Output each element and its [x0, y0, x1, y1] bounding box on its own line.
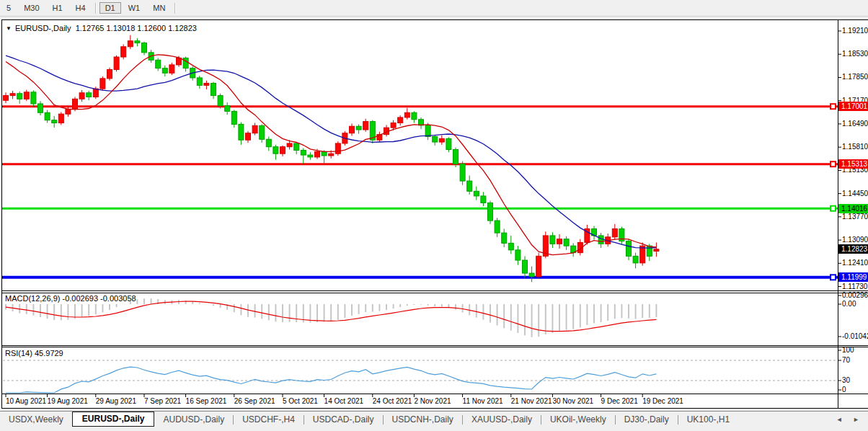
- price-axis-tick: 1.18530: [842, 50, 868, 58]
- candle-body: [156, 60, 161, 68]
- tab-scroll-arrows[interactable]: ◄ ►: [836, 416, 864, 423]
- date-axis-label: 10 Aug 2021: [6, 397, 46, 405]
- candle-body: [211, 84, 216, 96]
- date-axis-label: 16 Sep 2021: [186, 397, 227, 405]
- candle-body: [169, 65, 174, 73]
- candle-body: [218, 96, 223, 106]
- date-axis-label: 29 Aug 2021: [96, 397, 136, 405]
- level-handle[interactable]: [831, 206, 836, 211]
- candle-body: [52, 120, 57, 123]
- date-axis-label: 5 Oct 2021: [283, 397, 318, 405]
- candle-body: [446, 138, 451, 149]
- candle-body: [4, 96, 9, 101]
- candle-body: [142, 43, 147, 53]
- tab-uk100-h1[interactable]: UK100-,H1: [678, 412, 738, 427]
- tab-usdx-weekly[interactable]: USDX,Weekly: [0, 412, 72, 427]
- price-axis-tick: 1.17850: [842, 74, 868, 81]
- chart-canvas[interactable]: [0, 0, 868, 431]
- price-level-badge: 1.11999: [838, 272, 868, 282]
- rsi-axis-tick: 0: [842, 386, 846, 394]
- candle-body: [557, 239, 562, 244]
- tab-usdchf-h4[interactable]: USDCHF-,H4: [234, 412, 304, 427]
- tab-usdcad-daily[interactable]: USDCAD-,Daily: [304, 412, 383, 427]
- rsi-axis-tick: 70: [842, 357, 850, 364]
- candle-body: [433, 136, 438, 142]
- candle-body: [515, 250, 521, 260]
- candle-body: [550, 236, 555, 244]
- candle-body: [488, 203, 493, 221]
- chart-ohlc-values: 1.12765 1.13018 1.12600 1.12823: [76, 24, 197, 32]
- candle-body: [612, 228, 617, 236]
- candle-body: [350, 126, 355, 133]
- candle-body: [363, 122, 368, 130]
- price-level-badge: 1.14016: [838, 204, 868, 213]
- candle-body: [252, 125, 257, 133]
- candle-body: [508, 243, 513, 249]
- candle-body: [654, 249, 659, 252]
- candle-body: [322, 151, 327, 156]
- level-handle[interactable]: [831, 104, 836, 109]
- price-axis-tick: 1.12410: [842, 259, 868, 267]
- rsi-name: RSI(14): [5, 349, 32, 357]
- candle-body: [315, 151, 320, 157]
- macd-axis-tick: 0.002966: [842, 292, 868, 299]
- rsi-current-value: 45.9729: [35, 349, 63, 357]
- date-axis-label: 14 Oct 2021: [324, 397, 363, 405]
- tab-xauusd-daily[interactable]: XAUUSD-,Daily: [463, 412, 541, 427]
- candle-body: [536, 256, 541, 276]
- macd-axis-tick: -0.010423: [842, 333, 868, 340]
- date-axis-label: 9 Dec 2021: [601, 397, 638, 405]
- price-axis-tick: 1.14450: [842, 190, 868, 197]
- candle-body: [197, 78, 202, 85]
- candle-body: [523, 260, 528, 273]
- candle-body: [135, 41, 140, 43]
- tab-ukoil-weekly[interactable]: UKOil-,Weekly: [541, 412, 615, 427]
- candle-body: [177, 58, 182, 64]
- price-axis-tick: 1.19210: [842, 27, 868, 35]
- candle-body: [246, 133, 251, 140]
- tab-audusd-daily[interactable]: AUDUSD-,Daily: [154, 412, 233, 427]
- candle-body: [529, 273, 534, 277]
- candle-body: [100, 79, 105, 89]
- candle-body: [425, 125, 430, 137]
- candle-body: [114, 57, 119, 70]
- tab-dj30-daily[interactable]: DJ30-,Daily: [616, 412, 678, 427]
- date-axis-label: 19 Dec 2021: [642, 397, 683, 405]
- date-axis-label: 21 Nov 2021: [511, 397, 552, 405]
- candle-body: [225, 106, 230, 112]
- candle-body: [280, 147, 285, 154]
- candle-body: [73, 99, 78, 109]
- candle-body: [474, 191, 479, 196]
- level-handle[interactable]: [831, 275, 836, 280]
- rsi-axis-tick: 30: [842, 377, 850, 384]
- date-axis-label: 30 Nov 2021: [552, 397, 593, 405]
- candle-body: [398, 117, 403, 123]
- candle-body: [329, 154, 334, 156]
- candle-body: [626, 241, 632, 257]
- price-axis-tick: 1.13770: [842, 213, 868, 221]
- candle-body: [93, 89, 98, 97]
- price-level-badge: 1.12823: [838, 244, 868, 254]
- tab-eurusd-daily[interactable]: EURUSD-,Daily: [72, 412, 155, 427]
- level-handle[interactable]: [831, 161, 836, 166]
- candle-body: [647, 246, 652, 256]
- candle-body: [58, 114, 63, 123]
- chart-symbol-label: EURUSD-,Daily: [15, 24, 71, 32]
- candle-body: [467, 181, 472, 191]
- symbol-dropdown-icon[interactable]: ▼: [6, 25, 12, 32]
- date-axis-label: 19 Aug 2021: [48, 397, 88, 405]
- tab-usdcnh-daily[interactable]: USDCNH-,Daily: [384, 412, 462, 427]
- candle-body: [38, 104, 43, 112]
- date-axis-label: 11 Nov 2021: [463, 397, 503, 405]
- candle-body: [287, 143, 292, 147]
- candle-body: [239, 124, 244, 140]
- candle-body: [294, 143, 299, 150]
- candle-body: [439, 138, 444, 142]
- macd-name: MACD(12,26,9): [5, 294, 60, 303]
- date-axis-label: 26 Sep 2021: [234, 397, 275, 405]
- macd-indicator-label: MACD(12,26,9) -0.002693 -0.003058: [5, 294, 136, 303]
- price-level-badge: 1.15313: [838, 159, 868, 169]
- macd-current-values: -0.002693 -0.003058: [62, 294, 136, 303]
- chart-window-background: [1, 19, 868, 409]
- candle-body: [633, 256, 638, 262]
